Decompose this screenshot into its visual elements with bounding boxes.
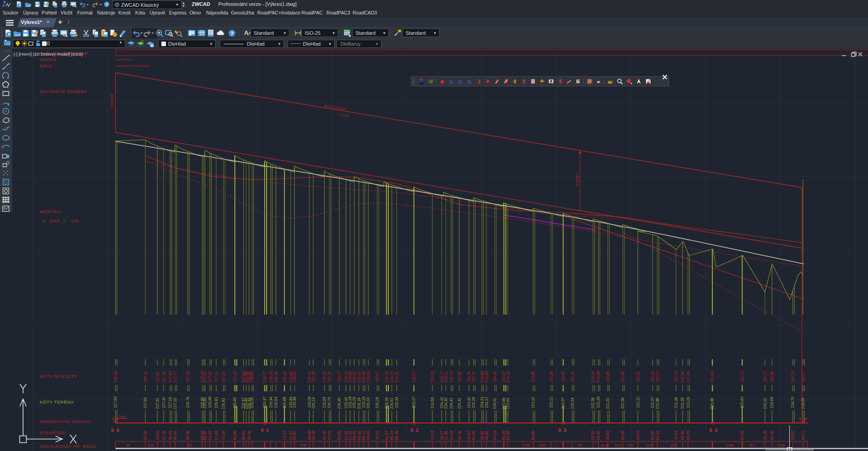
svg-text:227,77: 227,77 xyxy=(173,371,177,382)
svg-text:225,97: 225,97 xyxy=(263,396,267,408)
svg-text:224,22: 224,22 xyxy=(506,371,510,382)
svg-text:43,31: 43,31 xyxy=(327,431,331,440)
svg-text:SROVNÁVACÍ ROVINA: SROVNÁVACÍ ROVINA xyxy=(40,419,91,424)
svg-text:221,05: 221,05 xyxy=(686,396,690,408)
svg-text:88,39: 88,39 xyxy=(394,431,399,440)
svg-text:225,51: 225,51 xyxy=(390,398,394,409)
svg-text:226,56: 226,56 xyxy=(289,371,293,382)
svg-text:224,38: 224,38 xyxy=(472,397,476,408)
svg-text:223,42: 223,42 xyxy=(561,371,565,382)
svg-text:225,07: 225,07 xyxy=(412,397,416,408)
svg-text:226,53: 226,53 xyxy=(292,371,297,382)
svg-text:227,83: 227,83 xyxy=(168,371,172,382)
svg-text:89,46: 89,46 xyxy=(247,431,251,440)
svg-text:62,95: 62,95 xyxy=(505,431,510,440)
svg-text:63,10: 63,10 xyxy=(655,431,660,440)
svg-text:67,46: 67,46 xyxy=(214,431,218,440)
svg-text:0 2: 0 2 xyxy=(410,428,419,433)
svg-text:228,44: 228,44 xyxy=(113,371,118,382)
svg-text:226,17: 226,17 xyxy=(337,371,341,382)
svg-text:226,86: 226,86 xyxy=(203,397,207,409)
svg-text:225,75: 225,75 xyxy=(390,371,394,382)
svg-text:222,51: 222,51 xyxy=(636,371,640,382)
svg-text:224,21: 224,21 xyxy=(480,396,484,408)
svg-text:KRAJ: KRAJ xyxy=(40,63,52,68)
svg-text:226,01: 226,01 xyxy=(357,371,361,382)
svg-text:225,29: 225,29 xyxy=(375,397,379,409)
svg-text:20: 20 xyxy=(126,444,130,447)
svg-text:9,08: 9,08 xyxy=(300,444,306,447)
svg-text:75,57: 75,57 xyxy=(674,431,678,440)
svg-text:225,84: 225,84 xyxy=(322,397,326,408)
svg-text:226,14: 226,14 xyxy=(311,397,316,409)
svg-text:227,61: 227,61 xyxy=(156,398,160,409)
svg-text:221,60: 221,60 xyxy=(710,371,714,382)
svg-text:45,55: 45,55 xyxy=(480,431,484,440)
svg-text:60,00: 60,00 xyxy=(352,431,356,440)
svg-text:226,80: 226,80 xyxy=(233,397,237,409)
svg-text:36,61: 36,61 xyxy=(168,431,172,440)
svg-text:223,12: 223,12 xyxy=(549,397,553,408)
svg-text:227,10: 227,10 xyxy=(173,398,177,409)
svg-text:225,44: 225,44 xyxy=(395,397,399,408)
svg-text:225,33: 225,33 xyxy=(366,397,370,409)
svg-text:SKLONOVÉ POMĚRY: SKLONOVÉ POMĚRY xyxy=(40,89,87,94)
svg-text:STANIČENÍ: STANIČENÍ xyxy=(40,430,65,435)
svg-text:226,91: 226,91 xyxy=(214,397,218,408)
svg-text:226,78: 226,78 xyxy=(186,397,190,408)
svg-text:225,17: 225,17 xyxy=(440,371,444,382)
svg-text:21,36: 21,36 xyxy=(443,431,448,440)
svg-text:221,38: 221,38 xyxy=(674,397,678,408)
svg-text:224,30: 224,30 xyxy=(444,397,448,409)
svg-text:80,00: 80,00 xyxy=(680,431,684,440)
svg-text:19,84: 19,84 xyxy=(726,444,734,447)
svg-text:23,58: 23,58 xyxy=(596,431,600,440)
svg-text:50,00: 50,00 xyxy=(337,431,341,440)
svg-text:226,68: 226,68 xyxy=(274,371,278,382)
svg-text:KÓTY NIVELETY: KÓTY NIVELETY xyxy=(40,374,78,379)
svg-text:222,08: 222,08 xyxy=(621,397,625,409)
svg-text:226,77: 226,77 xyxy=(263,371,267,382)
svg-text:221,13: 221,13 xyxy=(740,371,744,382)
svg-text:20,00: 20,00 xyxy=(143,431,147,440)
svg-text:226,72: 226,72 xyxy=(269,371,273,382)
svg-text:227,90: 227,90 xyxy=(162,371,166,382)
svg-text:60,71: 60,71 xyxy=(801,431,805,440)
svg-text:54,19: 54,19 xyxy=(492,431,497,440)
svg-text:20,00: 20,00 xyxy=(740,431,744,440)
svg-text:40,00: 40,00 xyxy=(620,431,625,440)
svg-text:0 3: 0 3 xyxy=(558,428,567,433)
svg-text:222,27: 222,27 xyxy=(656,371,660,382)
svg-text:83,70: 83,70 xyxy=(686,431,690,440)
svg-text:0 0: 0 0 xyxy=(111,428,120,433)
svg-text:227,97: 227,97 xyxy=(156,371,160,382)
svg-text:12,33: 12,33 xyxy=(430,431,434,440)
svg-text:224,53: 224,53 xyxy=(485,371,489,382)
svg-text:222,29: 222,29 xyxy=(596,396,600,408)
svg-text:227,38: 227,38 xyxy=(208,371,212,382)
svg-text:VZDÁLENOST PŘ. ŘEZŮ: VZDÁLENOST PŘ. ŘEZŮ xyxy=(40,444,96,449)
svg-text:223,07: 223,07 xyxy=(561,397,565,409)
svg-text:30,36: 30,36 xyxy=(457,431,462,440)
svg-text:50,07: 50,07 xyxy=(636,431,640,440)
svg-text:48,36: 48,36 xyxy=(185,431,190,440)
svg-text:227,31: 227,31 xyxy=(214,371,218,382)
svg-text:225,11: 225,11 xyxy=(444,371,448,383)
svg-text:10,07: 10,07 xyxy=(614,444,622,447)
svg-text:226,29: 226,29 xyxy=(322,371,326,382)
svg-text:226,12: 226,12 xyxy=(344,371,348,382)
svg-text:16,3: 16,3 xyxy=(670,444,676,447)
svg-text:20,00: 20,00 xyxy=(590,431,595,440)
svg-text:85,19: 85,19 xyxy=(389,431,394,440)
svg-text:8,8: 8,8 xyxy=(188,444,192,447)
svg-text:225,94: 225,94 xyxy=(366,371,370,382)
svg-text:224,27: 224,27 xyxy=(502,371,506,382)
svg-text:224,42: 224,42 xyxy=(467,397,471,408)
svg-text:221,29: 221,29 xyxy=(680,397,684,409)
svg-text:221,96: 221,96 xyxy=(680,371,684,382)
svg-text:222,12: 222,12 xyxy=(636,397,640,408)
svg-text:16,87: 16,87 xyxy=(538,444,546,447)
svg-text:40,00: 40,00 xyxy=(769,431,774,440)
svg-text:225,98: 225,98 xyxy=(362,371,366,382)
svg-text:225,35: 225,35 xyxy=(385,397,389,409)
